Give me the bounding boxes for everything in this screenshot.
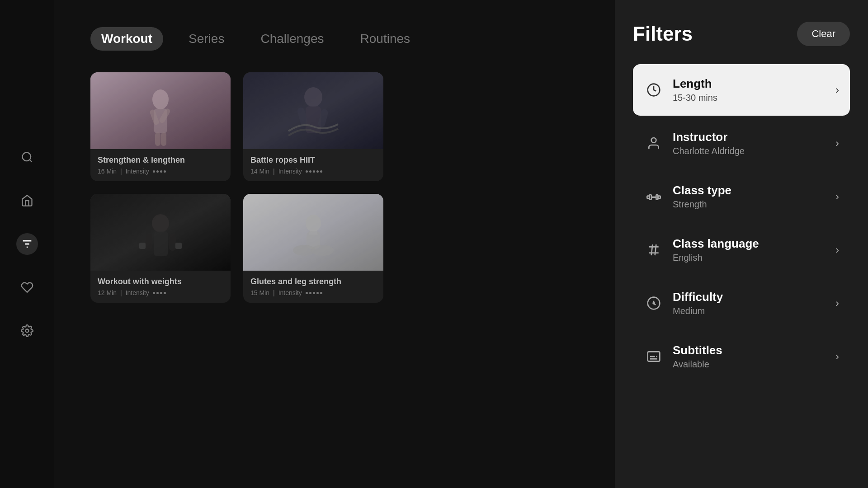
card-info: Strengthen & lengthen 16 Min | Intensity [90,149,231,181]
svg-rect-34 [650,195,651,200]
chevron-right-icon: › [835,190,839,203]
svg-rect-21 [146,234,152,251]
settings-icon[interactable] [16,320,38,342]
chevron-right-icon: › [835,297,839,310]
chevron-right-icon: › [835,244,839,256]
svg-point-5 [26,329,29,333]
filter-language-title: Class language [673,237,835,251]
filter-length-value: 15-30 mins [673,93,835,103]
card-image [90,194,231,271]
sidebar [0,0,54,488]
card-title: Glutes and leg strength [250,277,376,286]
svg-rect-11 [155,132,160,146]
card-info: Glutes and leg strength 15 Min | Intensi… [243,271,383,303]
chevron-right-icon: › [835,137,839,150]
filter-difficulty[interactable]: Difficulty Medium › [633,277,850,329]
filter-length[interactable]: Length 15-30 mins › [633,64,850,116]
filter-instructor-value: Charlotte Aldridge [673,146,835,156]
filter-header: Filters Clear [633,22,850,46]
svg-rect-12 [161,132,166,146]
filter-length-title: Length [673,77,835,91]
card-meta: 12 Min | Intensity [98,289,223,296]
svg-rect-20 [154,231,168,256]
chevron-right-icon: › [835,350,839,363]
svg-point-31 [651,138,656,143]
filter-subtitles-title: Subtitles [673,343,835,357]
filter-subtitles[interactable]: Subtitles Available › [633,331,850,382]
tab-bar: Workout Series Challenges Routines [90,27,597,51]
heart-icon[interactable] [16,277,38,298]
home-icon[interactable] [16,190,38,211]
card-strengthen[interactable]: Strengthen & lengthen 16 Min | Intensity [90,72,231,181]
card-info: Workout with weights 12 Min | Intensity [90,271,231,303]
filter-classtype-title: Class type [673,183,835,197]
main-content: Workout Series Challenges Routines [54,0,615,488]
tab-routines[interactable]: Routines [349,27,421,51]
tab-series[interactable]: Series [178,27,235,51]
card-glutes[interactable]: Glutes and leg strength 15 Min | Intensi… [243,194,383,303]
filter-class-language[interactable]: Class language English › [633,224,850,276]
filter-instructor[interactable]: Instructor Charlotte Aldridge › [633,117,850,169]
card-title: Strengthen & lengthen [98,155,223,165]
workout-grid: Strengthen & lengthen 16 Min | Intensity [90,72,597,303]
svg-rect-35 [656,195,658,200]
svg-point-14 [304,87,322,107]
svg-line-1 [29,160,32,162]
svg-point-19 [152,214,169,232]
card-info: Battle ropes HIIT 14 Min | Intensity [243,149,383,181]
card-meta: 14 Min | Intensity [250,168,376,175]
svg-point-0 [23,153,31,161]
filter-difficulty-title: Difficulty [673,290,835,304]
filter-classtype-value: Strength [673,199,835,210]
subtitles-icon [644,347,664,366]
language-icon [644,240,664,260]
dumbbell-icon [644,187,664,206]
clock-icon [644,80,664,100]
svg-line-38 [651,244,653,255]
person-icon [644,133,664,153]
search-icon[interactable] [16,146,38,168]
card-title: Workout with weights [98,277,223,286]
tab-challenges[interactable]: Challenges [250,27,335,51]
card-image [243,72,383,149]
card-title: Battle ropes HIIT [250,155,376,165]
card-image [90,72,231,149]
card-image [243,194,383,271]
svg-rect-24 [175,243,182,249]
filter-instructor-title: Instructor [673,130,835,144]
filter-panel: Filters Clear Length 15-30 mins › Instru… [615,0,868,488]
filter-language-value: English [673,253,835,263]
svg-rect-23 [139,243,146,249]
svg-rect-22 [169,234,176,251]
filter-subtitles-value: Available [673,359,835,370]
gauge-icon [644,293,664,313]
card-weights[interactable]: Workout with weights 12 Min | Intensity [90,194,231,303]
svg-point-29 [311,245,334,256]
clear-button[interactable]: Clear [797,22,850,46]
filter-difficulty-value: Medium [673,306,835,316]
svg-point-42 [653,303,655,304]
card-battle-ropes[interactable]: Battle ropes HIIT 14 Min | Intensity [243,72,383,181]
filter-title: Filters [633,23,693,45]
svg-line-39 [655,244,656,255]
filter-class-type[interactable]: Class type Strength › [633,171,850,222]
filter-active-icon[interactable] [16,233,38,255]
card-meta: 15 Min | Intensity [250,289,376,296]
card-meta: 16 Min | Intensity [98,168,223,175]
tab-workout[interactable]: Workout [90,27,163,51]
chevron-right-icon: › [835,84,839,96]
svg-point-7 [152,89,169,109]
